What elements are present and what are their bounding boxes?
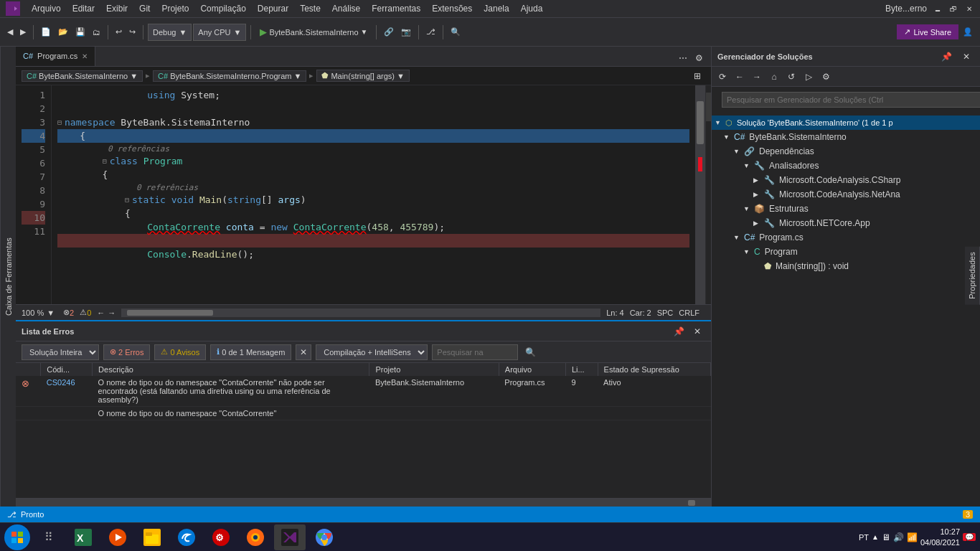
- collapse-btn-5[interactable]: ⊟: [103, 154, 107, 168]
- col-line[interactable]: Li...: [565, 363, 598, 376]
- close-solution-button[interactable]: ✕: [958, 49, 974, 65]
- horizontal-scrollbar[interactable]: [121, 309, 600, 317]
- redo-button[interactable]: ↪: [126, 26, 138, 38]
- properties-side-tab[interactable]: Propriedades: [965, 246, 980, 304]
- breadcrumb-method[interactable]: ⬟ Main(string[] args) ▼: [316, 70, 410, 82]
- taskbar-edge[interactable]: [171, 524, 202, 550]
- program-class-node[interactable]: ▼ C Program: [712, 245, 980, 259]
- programcs-node[interactable]: ▼ C# Program.cs: [712, 230, 980, 245]
- table-row[interactable]: ⊗ CS0246 O nome do tipo ou do namespace …: [16, 376, 711, 407]
- toolbox-panel[interactable]: Caixa de Ferramentas: [0, 47, 16, 507]
- col-code[interactable]: Códi...: [41, 363, 93, 376]
- sol-home-button[interactable]: ⌂: [766, 69, 782, 85]
- taskbar-up-arrow[interactable]: ▲: [872, 533, 879, 541]
- back-button[interactable]: ◀: [4, 26, 16, 38]
- taskbar-mediaplayer[interactable]: [102, 524, 133, 550]
- undo-button[interactable]: ↩: [113, 26, 125, 38]
- account-button[interactable]: 👤: [960, 26, 976, 38]
- estruturas-node[interactable]: ▼ 📦 Estruturas: [712, 202, 980, 216]
- taskbar-chrome[interactable]: [308, 524, 340, 550]
- live-share-button[interactable]: ↗ Live Share: [897, 24, 958, 39]
- open-file-button[interactable]: 📂: [55, 26, 71, 38]
- nav-forward[interactable]: →: [108, 309, 116, 317]
- notification-badge[interactable]: 3: [963, 510, 973, 519]
- breadcrumb-class[interactable]: C# ByteBank.SistemaInterno.Program ▼: [153, 70, 306, 82]
- taskbar-explorer[interactable]: [136, 524, 168, 550]
- screenshot-button[interactable]: 📷: [398, 26, 414, 38]
- menu-extensoes[interactable]: Extensões: [426, 2, 478, 15]
- tab-close-button[interactable]: ✕: [82, 52, 88, 60]
- menu-projeto[interactable]: Projeto: [156, 2, 194, 15]
- sol-sync-button[interactable]: ⟳: [715, 69, 730, 85]
- collapse-btn-3[interactable]: ⊟: [57, 116, 62, 129]
- netana-node[interactable]: ▶ 🔧 Microsoft.CodeAnalysis.NetAna: [712, 187, 980, 202]
- close-panel-button[interactable]: ✕: [689, 324, 705, 339]
- platform-dropdown[interactable]: Any CPU ▼: [193, 24, 246, 41]
- clear-filter-button[interactable]: ✕: [296, 344, 311, 360]
- main-method-node[interactable]: ⬟ Main(string[]) : void: [712, 259, 980, 273]
- error-scrollbar-thumb[interactable]: [688, 500, 695, 506]
- col-project[interactable]: Projeto: [369, 363, 499, 376]
- menu-arquivo[interactable]: Arquivo: [26, 2, 67, 15]
- minimize-button[interactable]: 🗕: [933, 4, 943, 14]
- cs-code-link[interactable]: CS0246: [47, 378, 75, 387]
- sol-forward-button[interactable]: →: [749, 69, 765, 85]
- forward-button[interactable]: ▶: [17, 26, 29, 38]
- menu-depurar[interactable]: Depurar: [252, 2, 294, 15]
- menu-analise[interactable]: Análise: [326, 2, 366, 15]
- breadcrumb-namespace[interactable]: C# ByteBank.SistemaInterno ▼: [22, 70, 143, 82]
- menu-ajuda[interactable]: Ajuda: [515, 2, 549, 15]
- search-button[interactable]: 🔍: [448, 26, 463, 38]
- menu-compilacao[interactable]: Compilação: [194, 2, 251, 15]
- sol-back-button[interactable]: ←: [732, 69, 748, 85]
- save-button[interactable]: 💾: [72, 26, 88, 38]
- pin-button[interactable]: 📌: [671, 324, 687, 339]
- h-scrollbar-thumb[interactable]: [127, 310, 213, 316]
- browser-link-button[interactable]: 🔗: [381, 26, 397, 38]
- save-all-button[interactable]: 🗂: [90, 27, 103, 38]
- table-row[interactable]: O nome do tipo ou do namespace "ContaCor…: [16, 407, 711, 420]
- messages-filter-button[interactable]: ℹ 0 de 1 Mensagem: [210, 344, 291, 360]
- new-file-button[interactable]: 📄: [38, 26, 54, 38]
- search-errors-input[interactable]: [432, 344, 518, 360]
- taskbar-gears[interactable]: ⚙: [205, 524, 237, 550]
- col-description[interactable]: Descrição: [93, 363, 369, 376]
- taskbar-firefox[interactable]: [240, 524, 271, 550]
- errors-filter-button[interactable]: ⊗ 2 Erros: [103, 344, 150, 360]
- error-table-scrollbar[interactable]: [16, 498, 711, 507]
- menu-ferramentas[interactable]: Ferramentas: [366, 2, 426, 15]
- col-suppression[interactable]: Estado de Supressão: [598, 363, 710, 376]
- tab-overflow-button[interactable]: ⋯: [675, 50, 691, 66]
- sol-refresh-button[interactable]: ↺: [783, 69, 799, 85]
- search-errors-icon[interactable]: 🔍: [522, 344, 538, 360]
- split-editor-button[interactable]: ⊞: [689, 68, 705, 84]
- pin-solution-button[interactable]: 📌: [938, 49, 954, 65]
- start-button[interactable]: [4, 524, 30, 550]
- scrollbar-thumb[interactable]: [697, 101, 704, 144]
- analyzers-node[interactable]: ▼ 🔧 Analisadores: [712, 159, 980, 173]
- menu-exibir[interactable]: Exibir: [100, 2, 133, 15]
- tab-pin-button[interactable]: ⚙: [691, 50, 707, 66]
- project-node[interactable]: ▼ C# ByteBank.SistemaInterno: [712, 130, 980, 144]
- nav-back[interactable]: ←: [97, 309, 105, 317]
- taskbar-excel[interactable]: X: [67, 524, 99, 550]
- code-editor-content[interactable]: using System; ⊟ namespace ByteBank.Siste…: [52, 85, 695, 304]
- zoom-icon[interactable]: ▼: [47, 309, 55, 317]
- sol-settings-button[interactable]: ⚙: [818, 69, 834, 85]
- debug-config-dropdown[interactable]: Debug ▼: [148, 24, 192, 41]
- taskbar-notification-icon[interactable]: 💬: [963, 533, 976, 541]
- col-file[interactable]: Arquivo: [499, 363, 565, 376]
- menu-janela[interactable]: Janela: [478, 2, 514, 15]
- warnings-filter-button[interactable]: ⚠ 0 Avisos: [154, 344, 206, 360]
- menu-teste[interactable]: Teste: [294, 2, 326, 15]
- sol-preview-button[interactable]: ▷: [801, 69, 816, 85]
- git-button[interactable]: ⎇: [423, 26, 438, 38]
- csharp-analysis-node[interactable]: ▶ 🔧 Microsoft.CodeAnalysis.CSharp: [712, 173, 980, 187]
- menu-git[interactable]: Git: [133, 2, 156, 15]
- solution-search-input[interactable]: [722, 92, 980, 108]
- dependencies-node[interactable]: ▼ 🔗 Dependências: [712, 144, 980, 159]
- taskbar-vs[interactable]: [274, 524, 306, 550]
- tab-program-cs[interactable]: C# Program.cs ✕: [16, 47, 95, 66]
- run-button[interactable]: ▶ ByteBank.SistemaInterno ▼: [255, 25, 372, 39]
- close-button[interactable]: ✕: [964, 4, 974, 14]
